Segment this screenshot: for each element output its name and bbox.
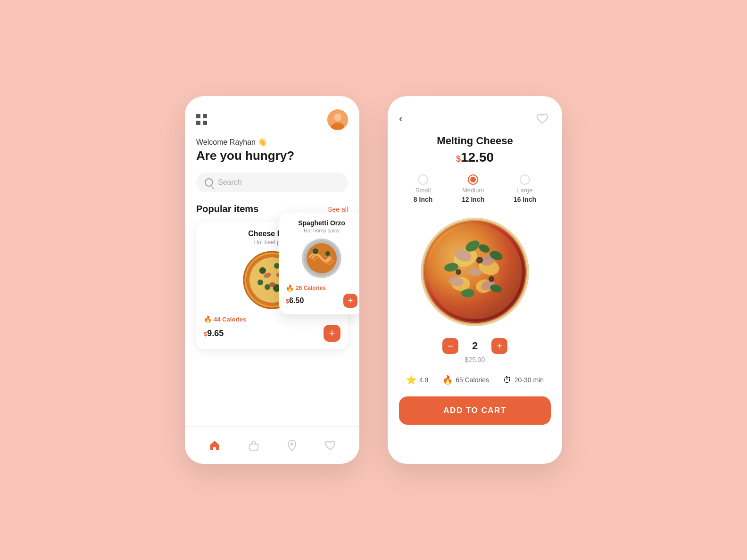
avatar[interactable] xyxy=(327,109,348,130)
svg-point-20 xyxy=(325,251,330,256)
size-radio-small[interactable] xyxy=(418,174,428,185)
svg-point-1 xyxy=(334,114,341,121)
size-radio-inner xyxy=(470,177,476,182)
timer-icon: ⏱ xyxy=(503,375,512,385)
pasta-image xyxy=(300,237,343,280)
bottom-navigation xyxy=(185,426,359,464)
quantity-increase[interactable]: + xyxy=(491,338,507,354)
price-2: $6.50 xyxy=(286,296,304,305)
price-row-2: $6.50 + xyxy=(286,294,357,308)
home-screen: Welcome Rayhan 👋 Are you hungry? Search … xyxy=(185,96,359,464)
add-button-1[interactable]: + xyxy=(324,325,340,342)
svg-rect-22 xyxy=(249,444,258,450)
total-price: $25.00 xyxy=(465,356,485,363)
quantity-value: 2 xyxy=(468,340,482,352)
size-selector: Small 8 Inch Medium 12 Inch Large 16 Inc… xyxy=(388,174,562,211)
calories-row-1: 🔥 44 Calories xyxy=(204,315,340,323)
detail-header: ‹ xyxy=(388,96,562,135)
search-placeholder: Search xyxy=(218,178,242,187)
size-small[interactable]: Small 8 Inch xyxy=(414,174,432,203)
price-1: $9.65 xyxy=(204,329,224,338)
calories-detail: 65 Calories xyxy=(456,376,489,384)
item-name-2: Spaghetti Orzo xyxy=(286,219,357,227)
see-all-button[interactable]: See all xyxy=(328,206,348,213)
back-button[interactable]: ‹ xyxy=(399,113,402,125)
quantity-section: − 2 + $25.00 xyxy=(388,338,562,371)
detail-screen: ‹ Melting Cheese $12.50 Small 8 Inch xyxy=(388,96,562,464)
headline: Are you hungry? xyxy=(185,148,359,173)
svg-point-45 xyxy=(457,271,460,273)
fire-icon-2: 🔥 xyxy=(286,284,294,292)
calories-text-1: 44 Calories xyxy=(214,316,246,323)
add-to-cart-button[interactable]: ADD TO CART xyxy=(399,396,551,425)
star-icon: ⭐ xyxy=(406,375,416,385)
size-label-small: Small xyxy=(415,187,431,194)
fire-icon-detail: 🔥 xyxy=(442,375,453,385)
size-value-small: 8 Inch xyxy=(414,196,432,203)
size-large[interactable]: Large 16 Inch xyxy=(514,174,536,203)
nav-heart[interactable] xyxy=(324,440,336,451)
search-bar[interactable]: Search xyxy=(196,173,348,192)
calories-text-2: 26 Calories xyxy=(296,285,326,291)
size-medium[interactable]: Medium 12 Inch xyxy=(462,174,484,203)
svg-marker-21 xyxy=(209,441,220,450)
size-radio-large[interactable] xyxy=(520,174,530,185)
product-name: Melting Cheese xyxy=(388,135,562,150)
price-currency: $ xyxy=(456,154,461,164)
search-icon xyxy=(205,178,213,187)
product-price: $12.50 xyxy=(388,150,562,174)
rating-info: ⭐ 4.9 xyxy=(406,375,428,385)
pizza-image-detail xyxy=(388,211,562,338)
favorite-button[interactable] xyxy=(534,110,551,127)
svg-point-11 xyxy=(257,280,263,285)
size-radio-medium[interactable] xyxy=(468,174,478,185)
calories-info: 🔥 65 Calories xyxy=(442,375,489,385)
popular-title: Popular items xyxy=(196,204,258,214)
items-row: Cheese Pizza Hot beef pizza xyxy=(185,222,359,349)
time-info: ⏱ 20-30 min xyxy=(503,375,544,385)
calories-row-2: 🔥 26 Calories xyxy=(286,284,357,292)
home-header xyxy=(185,96,359,134)
quantity-controls: − 2 + xyxy=(442,338,507,354)
item-card-spaghetti[interactable]: Spaghetti Orzo Hot hrimp spicy xyxy=(279,213,359,314)
size-value-large: 16 Inch xyxy=(514,196,536,203)
welcome-text: Welcome Rayhan 👋 xyxy=(185,134,359,148)
size-label-medium: Medium xyxy=(462,187,484,194)
svg-point-47 xyxy=(490,278,493,280)
nav-bag[interactable] xyxy=(249,440,259,451)
svg-point-43 xyxy=(478,259,481,262)
svg-point-6 xyxy=(259,267,266,274)
quantity-decrease[interactable]: − xyxy=(442,338,458,354)
nav-home[interactable] xyxy=(208,440,221,451)
grid-icon[interactable] xyxy=(196,114,208,125)
price-row-1: $9.65 + xyxy=(204,325,340,342)
item-desc-2: Hot hrimp spicy xyxy=(286,228,357,233)
svg-point-23 xyxy=(290,443,293,445)
nav-location[interactable] xyxy=(287,439,297,452)
svg-point-19 xyxy=(313,248,318,254)
time-value: 20-30 min xyxy=(515,376,544,384)
info-row: ⭐ 4.9 🔥 65 Calories ⏱ 20-30 min xyxy=(388,371,562,393)
size-value-medium: 12 Inch xyxy=(462,196,484,203)
fire-icon-1: 🔥 xyxy=(204,315,212,323)
screens-container: Welcome Rayhan 👋 Are you hungry? Search … xyxy=(185,96,562,464)
add-to-cart-label: ADD TO CART xyxy=(443,406,506,415)
size-label-large: Large xyxy=(517,187,532,194)
add-button-2[interactable]: + xyxy=(343,294,357,308)
rating-value: 4.9 xyxy=(419,376,428,384)
